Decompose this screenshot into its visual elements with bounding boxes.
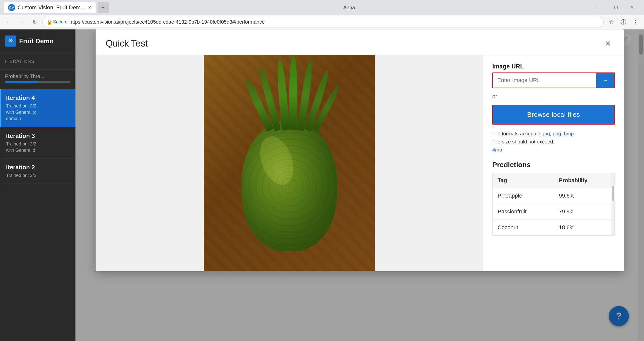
tab-title: Custom Vision: Fruit Dem... [18,4,85,11]
sidebar-title: Fruit Demo [19,37,54,45]
iteration-2-name: Iteration 2 [6,164,70,171]
iteration-2-meta: Trained on: 3/2 [6,172,70,179]
maximize-button[interactable]: ☐ [608,0,624,15]
prediction-probability: 99.6% [554,188,615,204]
minimize-button[interactable]: — [592,0,608,15]
bookmark-button[interactable]: ☆ [606,17,617,28]
dialog-title: Quick Test [106,38,602,49]
prediction-row: Pineapple99.6% [493,188,615,204]
or-divider: or [492,93,615,100]
sidebar-nav: Iterations [0,53,75,69]
back-arrow-icon: ← [6,19,11,25]
back-button[interactable]: ← [3,17,14,28]
iteration-3-name: Iteration 3 [6,132,70,139]
probability-section: Probability Thre... [0,69,75,87]
predictions-table-wrapper: Tag Probability Pineapple99.6%Passionfru… [492,173,615,236]
refresh-icon: ↻ [33,19,37,25]
dialog-body: Image URL → or Browse [96,55,624,271]
user-name: Anna [343,5,355,11]
app-logo: 👁 [5,35,16,47]
dialog-header: Quick Test ✕ [96,29,624,55]
modal-overlay[interactable]: Quick Test ✕ [75,29,644,341]
arrow-right-icon: → [602,77,608,84]
secure-badge: 🔒 Secure [47,19,67,25]
file-formats-text: File formats accepted: [492,131,543,136]
image-url-label: Image URL [492,63,615,70]
file-formats-link[interactable]: jpg, png, bmp [543,131,574,136]
app-container: 👁 Fruit Demo Iterations Probability Thre… [0,29,644,341]
file-info: File formats accepted: jpg, png, bmp Fil… [492,130,615,154]
iteration-item-3[interactable]: Iteration 3 Trained on: 3/2with General … [0,127,75,159]
prediction-tag: Passionfruit [493,204,554,220]
prediction-row: Passionfruit79.9% [493,204,615,220]
prediction-probability: 18.6% [554,220,615,236]
probability-label: Probability Thre... [5,73,70,79]
image-preview-area [96,55,483,271]
address-bar[interactable]: 🔒 Secure https://customvision.ai/project… [42,17,604,27]
iteration-item-2[interactable]: Iteration 2 Trained on: 3/2 [0,159,75,184]
toolbar-right: ☆ ⓘ ⋮ [606,17,641,28]
iterations-label: Iterations [0,57,75,65]
iteration-4-name: Iteration 4 [6,94,70,101]
table-scrollbar-thumb [612,186,614,201]
new-tab-button[interactable]: + [98,2,109,13]
right-panel: Image URL → or Browse [483,55,624,271]
url-text: https://customvision.ai/projects/ec4105d… [69,19,265,25]
window-controls: — ☐ ✕ [592,0,640,15]
prediction-tag: Coconut [493,220,554,236]
table-scrollbar[interactable] [612,173,615,235]
url-submit-button[interactable]: → [596,73,614,88]
forward-button[interactable]: → [16,17,27,28]
browse-btn-container: Browse local files [492,105,615,125]
close-button[interactable]: ✕ [624,0,640,15]
sidebar-header: 👁 Fruit Demo [0,29,75,53]
lock-icon: 🔒 [47,19,52,25]
prediction-row: Coconut18.6% [493,220,615,236]
prediction-probability: 79.9% [554,204,615,220]
tab-favicon: CV [8,4,15,11]
url-input[interactable] [493,73,596,88]
predictions-section: Predictions Tag Probability [492,161,615,263]
file-size-link[interactable]: 4mb [492,147,502,153]
url-input-container: → [492,72,615,88]
quick-test-dialog: Quick Test ✕ [96,29,624,271]
col-header-tag: Tag [493,173,554,188]
tab-close-button[interactable]: ✕ [88,5,92,10]
browser-titlebar: CV Custom Vision: Fruit Dem... ✕ + Anna … [0,0,644,15]
info-button[interactable]: ⓘ [618,17,629,28]
sidebar: 👁 Fruit Demo Iterations Probability Thre… [0,29,75,341]
col-header-probability: Probability [554,173,615,188]
close-icon: ✕ [605,40,611,48]
file-size-text: File size should not exceed: [492,139,554,144]
iteration-4-meta: Trained on: 3/2with General (cdomain [6,103,70,122]
browser-toolbar: ← → ↻ 🔒 Secure https://customvision.ai/p… [0,15,644,29]
prediction-tag: Pineapple [493,188,554,204]
forward-arrow-icon: → [19,19,24,25]
browser-chrome: CV Custom Vision: Fruit Dem... ✕ + Anna … [0,0,644,29]
iteration-item-4[interactable]: Iteration 4 Trained on: 3/2with General … [0,89,75,127]
image-url-section: Image URL → [492,63,615,88]
dialog-close-button[interactable]: ✕ [602,37,614,50]
predictions-table: Tag Probability Pineapple99.6%Passionfru… [493,173,615,235]
browse-local-files-button[interactable]: Browse local files [493,105,614,124]
refresh-button[interactable]: ↻ [29,17,40,28]
iteration-3-meta: Trained on: 3/2with General d [6,141,70,154]
menu-button[interactable]: ⋮ [630,17,641,28]
predictions-title: Predictions [492,161,615,169]
main-content: ⚙ ? Quick Test ✕ [75,29,644,341]
iterations-list: Iteration 4 Trained on: 3/2with General … [0,87,75,341]
browser-tab[interactable]: CV Custom Vision: Fruit Dem... ✕ [4,2,96,13]
